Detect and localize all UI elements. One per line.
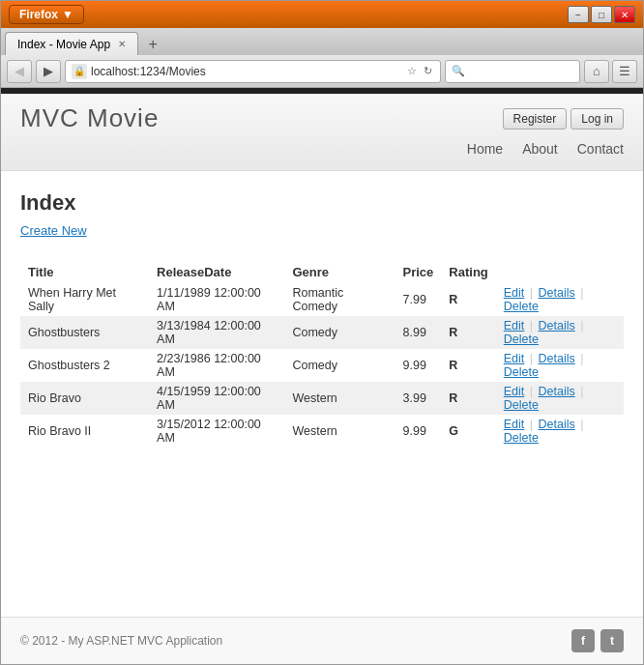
cell-price: 9.99 [395, 349, 442, 382]
cell-release: 1/11/1989 12:00:00 AM [149, 283, 284, 316]
cell-genre: Romantic Comedy [284, 283, 395, 316]
edit-link[interactable]: Edit [504, 286, 525, 300]
cell-rating: R [441, 349, 495, 382]
maximize-button[interactable]: □ [591, 6, 612, 23]
separator: | [530, 418, 533, 431]
col-title: Title [20, 261, 149, 283]
delete-link[interactable]: Delete [504, 300, 539, 313]
table-row: Ghostbusters 2 2/23/1986 12:00:00 AM Com… [20, 349, 624, 382]
cell-release: 4/15/1959 12:00:00 AM [149, 382, 284, 415]
details-link[interactable]: Details [539, 286, 575, 300]
bookmarks-button[interactable]: ☰ [612, 60, 637, 83]
site-header: MVC Movie Register Log in Home About Con… [1, 94, 643, 171]
delete-link[interactable]: Delete [504, 398, 539, 412]
header-nav: Home About Contact [20, 133, 624, 164]
table-row: When Harry Met Sally 1/11/1989 12:00:00 … [20, 283, 624, 316]
table-row: Ghostbusters 3/13/1984 12:00:00 AM Comed… [20, 316, 624, 349]
separator: | [580, 319, 583, 332]
details-link[interactable]: Details [539, 385, 575, 398]
active-tab[interactable]: Index - Movie App ✕ [5, 32, 138, 55]
details-link[interactable]: Details [539, 352, 575, 365]
create-new-link[interactable]: Create New [20, 223, 87, 238]
home-button[interactable]: ⌂ [584, 60, 609, 83]
delete-link[interactable]: Delete [504, 431, 539, 445]
tab-close-icon[interactable]: ✕ [118, 39, 126, 49]
cell-title: Rio Bravo [20, 382, 149, 415]
nav-home[interactable]: Home [467, 141, 503, 157]
separator: | [530, 352, 533, 365]
back-button[interactable]: ◀ [7, 60, 32, 83]
login-button[interactable]: Log in [571, 108, 624, 130]
main-content: Index Create New Title ReleaseDate Genre… [1, 171, 643, 617]
refresh-icon[interactable]: ↻ [422, 65, 434, 77]
separator: | [530, 319, 533, 332]
cell-title: Ghostbusters 2 [20, 349, 149, 382]
separator: | [530, 286, 533, 300]
col-genre: Genre [284, 261, 395, 283]
edit-link[interactable]: Edit [504, 319, 525, 332]
cell-genre: Western [284, 415, 395, 448]
header-row: Title ReleaseDate Genre Price Rating [20, 261, 624, 283]
url-display: localhost:1234/Movies [91, 65, 401, 78]
header-top: MVC Movie Register Log in [20, 94, 624, 133]
minimize-button[interactable]: − [568, 6, 589, 23]
navigation-bar: ◀ ▶ 🔒 localhost:1234/Movies ☆ ↻ 🔍 ⌂ ☰ [1, 55, 643, 88]
cell-actions: Edit | Details | Delete [496, 283, 624, 316]
tab-bar: Index - Movie App ✕ + [1, 28, 643, 55]
col-rating: Rating [441, 261, 495, 283]
cell-genre: Western [284, 382, 395, 415]
details-link[interactable]: Details [539, 319, 575, 332]
separator: | [580, 418, 583, 431]
edit-link[interactable]: Edit [504, 418, 525, 431]
search-icon: 🔍 [452, 65, 465, 77]
close-button[interactable]: ✕ [614, 6, 635, 23]
col-actions [496, 261, 624, 283]
cell-title: When Harry Met Sally [20, 283, 149, 316]
search-bar[interactable]: 🔍 [445, 60, 580, 83]
separator: | [580, 286, 583, 300]
delete-link[interactable]: Delete [504, 365, 539, 379]
forward-button[interactable]: ▶ [36, 60, 61, 83]
bookmark-star-icon[interactable]: ☆ [405, 65, 419, 77]
cell-genre: Comedy [284, 316, 395, 349]
cell-actions: Edit | Details | Delete [496, 382, 624, 415]
col-releasedate: ReleaseDate [149, 261, 284, 283]
title-bar: Firefox ▼ − □ ✕ [1, 1, 643, 28]
edit-link[interactable]: Edit [504, 352, 525, 365]
cell-rating: R [441, 316, 495, 349]
twitter-icon[interactable]: t [600, 629, 624, 652]
nav-contact[interactable]: Contact [577, 141, 624, 157]
cell-rating: G [441, 415, 495, 448]
table-row: Rio Bravo 4/15/1959 12:00:00 AM Western … [20, 382, 624, 415]
separator: | [530, 385, 533, 398]
cell-genre: Comedy [284, 349, 395, 382]
page-content: MVC Movie Register Log in Home About Con… [1, 94, 643, 664]
tab-title: Index - Movie App [17, 38, 110, 51]
facebook-icon[interactable]: f [571, 629, 595, 652]
register-button[interactable]: Register [503, 108, 568, 130]
header-auth: Register Log in [503, 108, 624, 130]
delete-link[interactable]: Delete [504, 332, 539, 346]
nav-about[interactable]: About [522, 141, 558, 157]
site-footer: © 2012 - My ASP.NET MVC Application f t [1, 617, 643, 664]
cell-release: 3/13/1984 12:00:00 AM [149, 316, 284, 349]
table-row: Rio Bravo II 3/15/2012 12:00:00 AM Weste… [20, 415, 624, 448]
cell-title: Ghostbusters [20, 316, 149, 349]
table-body: When Harry Met Sally 1/11/1989 12:00:00 … [20, 283, 624, 448]
table-header: Title ReleaseDate Genre Price Rating [20, 261, 624, 283]
page-icon: 🔒 [72, 64, 87, 79]
footer-social: f t [571, 629, 624, 652]
edit-link[interactable]: Edit [504, 385, 525, 398]
firefox-label: Firefox [19, 8, 58, 21]
firefox-menu-button[interactable]: Firefox ▼ [9, 5, 84, 24]
window-controls: − □ ✕ [568, 6, 635, 23]
cell-actions: Edit | Details | Delete [496, 316, 624, 349]
browser-window: Firefox ▼ − □ ✕ Index - Movie App ✕ + ◀ … [0, 0, 644, 665]
footer-copyright: © 2012 - My ASP.NET MVC Application [20, 634, 222, 648]
page-title: Index [20, 190, 624, 216]
details-link[interactable]: Details [539, 418, 575, 431]
new-tab-button[interactable]: + [142, 34, 163, 55]
address-bar[interactable]: 🔒 localhost:1234/Movies ☆ ↻ [65, 60, 441, 83]
separator: | [580, 352, 583, 365]
col-price: Price [395, 261, 442, 283]
